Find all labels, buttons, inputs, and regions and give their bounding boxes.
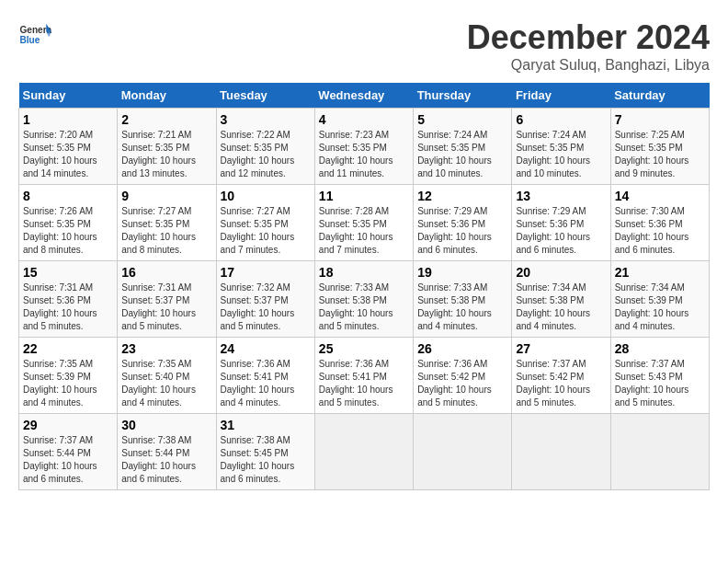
calendar-cell: 4 Sunrise: 7:23 AM Sunset: 5:35 PM Dayli… <box>314 109 413 185</box>
calendar-cell: 17 Sunrise: 7:32 AM Sunset: 5:37 PM Dayl… <box>216 261 314 338</box>
day-info: Sunrise: 7:36 AM Sunset: 5:42 PM Dayligh… <box>417 358 507 409</box>
title-section: December 2024 Qaryat Suluq, Banghazi, Li… <box>467 18 710 74</box>
day-number: 23 <box>121 341 211 356</box>
day-info: Sunrise: 7:37 AM Sunset: 5:42 PM Dayligh… <box>516 358 606 409</box>
day-number: 8 <box>23 189 113 203</box>
calendar-week-row: 15 Sunrise: 7:31 AM Sunset: 5:36 PM Dayl… <box>19 261 710 338</box>
day-number: 13 <box>516 189 606 203</box>
svg-text:Blue: Blue <box>19 35 40 45</box>
day-number: 10 <box>221 189 311 203</box>
calendar-cell: 11 Sunrise: 7:28 AM Sunset: 5:35 PM Dayl… <box>314 185 413 261</box>
day-info: Sunrise: 7:20 AM Sunset: 5:35 PM Dayligh… <box>23 129 113 180</box>
day-info: Sunrise: 7:22 AM Sunset: 5:35 PM Dayligh… <box>221 129 311 180</box>
calendar-cell: 31 Sunrise: 7:38 AM Sunset: 5:45 PM Dayl… <box>216 414 314 490</box>
col-saturday: Saturday <box>610 83 709 109</box>
day-number: 20 <box>516 265 606 280</box>
day-number: 16 <box>121 265 211 280</box>
calendar-cell: 7 Sunrise: 7:25 AM Sunset: 5:35 PM Dayli… <box>610 109 709 185</box>
calendar-cell: 13 Sunrise: 7:29 AM Sunset: 5:36 PM Dayl… <box>512 185 610 261</box>
day-info: Sunrise: 7:26 AM Sunset: 5:35 PM Dayligh… <box>23 205 113 257</box>
calendar-week-row: 8 Sunrise: 7:26 AM Sunset: 5:35 PM Dayli… <box>19 185 710 261</box>
day-number: 4 <box>319 112 409 127</box>
calendar-cell: 29 Sunrise: 7:37 AM Sunset: 5:44 PM Dayl… <box>19 414 118 490</box>
day-info: Sunrise: 7:21 AM Sunset: 5:35 PM Dayligh… <box>121 129 211 180</box>
day-info: Sunrise: 7:33 AM Sunset: 5:38 PM Dayligh… <box>319 282 409 333</box>
calendar-cell: 3 Sunrise: 7:22 AM Sunset: 5:35 PM Dayli… <box>216 109 314 185</box>
calendar-cell: 6 Sunrise: 7:24 AM Sunset: 5:35 PM Dayli… <box>512 109 610 185</box>
calendar-cell: 12 Sunrise: 7:29 AM Sunset: 5:36 PM Dayl… <box>414 185 512 261</box>
day-info: Sunrise: 7:29 AM Sunset: 5:36 PM Dayligh… <box>417 205 507 257</box>
day-number: 25 <box>319 341 409 356</box>
col-wednesday: Wednesday <box>314 83 413 109</box>
calendar-cell: 25 Sunrise: 7:36 AM Sunset: 5:41 PM Dayl… <box>314 338 413 414</box>
day-info: Sunrise: 7:36 AM Sunset: 5:41 PM Dayligh… <box>319 358 409 409</box>
day-info: Sunrise: 7:27 AM Sunset: 5:35 PM Dayligh… <box>221 205 311 257</box>
day-info: Sunrise: 7:24 AM Sunset: 5:35 PM Dayligh… <box>516 129 606 180</box>
col-monday: Monday <box>118 83 216 109</box>
day-info: Sunrise: 7:28 AM Sunset: 5:35 PM Dayligh… <box>319 205 409 257</box>
day-info: Sunrise: 7:37 AM Sunset: 5:44 PM Dayligh… <box>23 434 113 486</box>
day-number: 9 <box>121 189 211 203</box>
day-info: Sunrise: 7:34 AM Sunset: 5:38 PM Dayligh… <box>516 282 606 333</box>
day-number: 29 <box>23 418 113 432</box>
day-number: 26 <box>417 341 507 356</box>
calendar-header-row: Sunday Monday Tuesday Wednesday Thursday… <box>19 83 710 109</box>
calendar-week-row: 22 Sunrise: 7:35 AM Sunset: 5:39 PM Dayl… <box>19 338 710 414</box>
calendar-cell: 27 Sunrise: 7:37 AM Sunset: 5:42 PM Dayl… <box>512 338 610 414</box>
calendar-cell: 24 Sunrise: 7:36 AM Sunset: 5:41 PM Dayl… <box>216 338 314 414</box>
day-number: 11 <box>319 189 409 203</box>
day-number: 12 <box>417 189 507 203</box>
calendar-cell: 20 Sunrise: 7:34 AM Sunset: 5:38 PM Dayl… <box>512 261 610 338</box>
day-info: Sunrise: 7:36 AM Sunset: 5:41 PM Dayligh… <box>221 358 311 409</box>
day-number: 19 <box>417 265 507 280</box>
day-info: Sunrise: 7:31 AM Sunset: 5:37 PM Dayligh… <box>121 282 211 333</box>
calendar-cell: 2 Sunrise: 7:21 AM Sunset: 5:35 PM Dayli… <box>118 109 216 185</box>
day-number: 15 <box>23 265 113 280</box>
month-title: December 2024 <box>467 18 710 57</box>
calendar-cell <box>414 414 512 490</box>
col-tuesday: Tuesday <box>216 83 314 109</box>
day-number: 7 <box>615 112 705 127</box>
day-number: 1 <box>23 112 113 127</box>
calendar-cell: 30 Sunrise: 7:38 AM Sunset: 5:44 PM Dayl… <box>118 414 216 490</box>
calendar-week-row: 29 Sunrise: 7:37 AM Sunset: 5:44 PM Dayl… <box>19 414 710 490</box>
calendar-cell: 28 Sunrise: 7:37 AM Sunset: 5:43 PM Dayl… <box>610 338 709 414</box>
day-number: 14 <box>615 189 705 203</box>
day-number: 18 <box>319 265 409 280</box>
calendar-cell: 15 Sunrise: 7:31 AM Sunset: 5:36 PM Dayl… <box>19 261 118 338</box>
logo: General Blue <box>18 18 51 52</box>
day-number: 3 <box>221 112 311 127</box>
location-title: Qaryat Suluq, Banghazi, Libya <box>467 57 710 74</box>
day-number: 5 <box>417 112 507 127</box>
day-info: Sunrise: 7:35 AM Sunset: 5:40 PM Dayligh… <box>121 358 211 409</box>
day-number: 31 <box>221 418 311 432</box>
col-sunday: Sunday <box>19 83 118 109</box>
day-info: Sunrise: 7:25 AM Sunset: 5:35 PM Dayligh… <box>615 129 705 180</box>
calendar-table: Sunday Monday Tuesday Wednesday Thursday… <box>18 83 710 490</box>
day-number: 2 <box>121 112 211 127</box>
day-number: 17 <box>221 265 311 280</box>
calendar-cell <box>610 414 709 490</box>
calendar-cell: 10 Sunrise: 7:27 AM Sunset: 5:35 PM Dayl… <box>216 185 314 261</box>
day-number: 22 <box>23 341 113 356</box>
calendar-cell: 21 Sunrise: 7:34 AM Sunset: 5:39 PM Dayl… <box>610 261 709 338</box>
day-info: Sunrise: 7:35 AM Sunset: 5:39 PM Dayligh… <box>23 358 113 409</box>
calendar-cell: 26 Sunrise: 7:36 AM Sunset: 5:42 PM Dayl… <box>414 338 512 414</box>
day-number: 24 <box>221 341 311 356</box>
day-number: 6 <box>516 112 606 127</box>
day-info: Sunrise: 7:32 AM Sunset: 5:37 PM Dayligh… <box>221 282 311 333</box>
day-info: Sunrise: 7:38 AM Sunset: 5:45 PM Dayligh… <box>221 434 311 486</box>
day-info: Sunrise: 7:31 AM Sunset: 5:36 PM Dayligh… <box>23 282 113 333</box>
col-friday: Friday <box>512 83 610 109</box>
calendar-cell <box>314 414 413 490</box>
calendar-cell: 22 Sunrise: 7:35 AM Sunset: 5:39 PM Dayl… <box>19 338 118 414</box>
calendar-cell: 18 Sunrise: 7:33 AM Sunset: 5:38 PM Dayl… <box>314 261 413 338</box>
day-number: 28 <box>615 341 705 356</box>
calendar-cell: 16 Sunrise: 7:31 AM Sunset: 5:37 PM Dayl… <box>118 261 216 338</box>
calendar-cell: 5 Sunrise: 7:24 AM Sunset: 5:35 PM Dayli… <box>414 109 512 185</box>
day-info: Sunrise: 7:23 AM Sunset: 5:35 PM Dayligh… <box>319 129 409 180</box>
day-info: Sunrise: 7:33 AM Sunset: 5:38 PM Dayligh… <box>417 282 507 333</box>
day-info: Sunrise: 7:34 AM Sunset: 5:39 PM Dayligh… <box>615 282 705 333</box>
day-info: Sunrise: 7:38 AM Sunset: 5:44 PM Dayligh… <box>121 434 211 486</box>
day-info: Sunrise: 7:24 AM Sunset: 5:35 PM Dayligh… <box>417 129 507 180</box>
